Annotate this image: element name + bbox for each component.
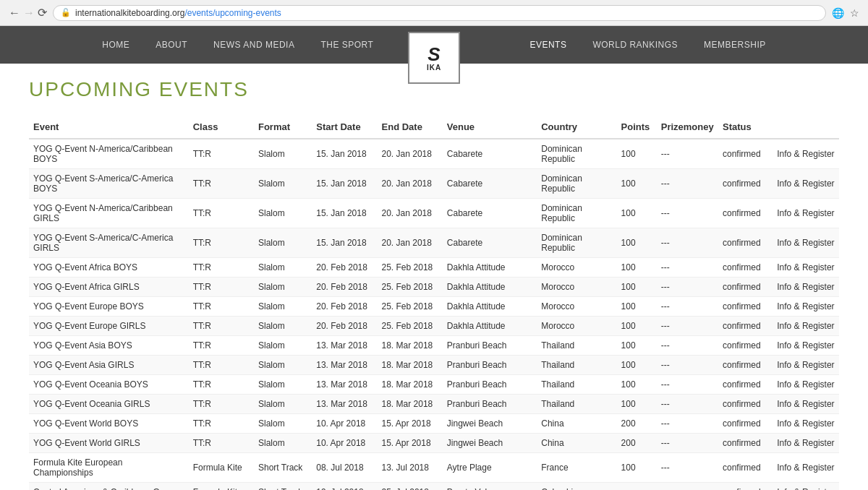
event-name[interactable]: YOG Q-Event World BOYS [29, 414, 189, 434]
event-name[interactable]: YOG Q-Event N-America/Caribbean BOYS [29, 139, 189, 169]
nav-home[interactable]: HOME [89, 26, 142, 64]
table-row: YOG Q-Event Africa BOYSTT:RSlalom20. Feb… [29, 258, 839, 278]
th-event: Event [29, 116, 189, 139]
site-logo[interactable]: S IKA [408, 32, 460, 84]
nav-events[interactable]: EVENTS [516, 26, 579, 64]
event-prize: --- [657, 356, 718, 375]
info-register-link[interactable]: Info & Register [773, 414, 839, 434]
logo-brand: IKA [427, 64, 441, 72]
event-format: Slalom [254, 434, 312, 453]
refresh-icon[interactable]: ⟳ [38, 6, 47, 20]
th-action [773, 116, 839, 139]
nav-news[interactable]: NEWS AND MEDIA [200, 26, 307, 64]
event-start: 15. Jan 2018 [312, 199, 377, 228]
event-country: Morocco [537, 278, 616, 297]
event-format: Short Track [254, 453, 312, 483]
event-start: 19. Jul 2018 [312, 483, 377, 491]
event-venue: Jingwei Beach [443, 434, 537, 453]
nav-sport[interactable]: THE SPORT [307, 26, 386, 64]
event-name[interactable]: YOG Q-Event S-America/C-America GIRLS [29, 228, 189, 258]
event-class: TT:R [189, 414, 254, 434]
info-register-link[interactable]: Info & Register [773, 258, 839, 278]
event-name[interactable]: YOG Q-Event Europe GIRLS [29, 317, 189, 336]
event-end: 20. Jan 2018 [378, 199, 443, 228]
info-register-link[interactable]: Info & Register [773, 278, 839, 297]
event-start: 20. Feb 2018 [312, 317, 377, 336]
event-status: confirmed [718, 199, 773, 228]
info-register-link[interactable]: Info & Register [773, 336, 839, 356]
info-register-link[interactable]: Info & Register [773, 375, 839, 395]
address-bar[interactable]: 🔓 internationalkiteboarding.org/events/u… [53, 5, 826, 21]
event-name[interactable]: YOG Q-Event N-America/Caribbean GIRLS [29, 199, 189, 228]
info-register-link[interactable]: Info & Register [773, 453, 839, 483]
event-points: 100 [617, 317, 657, 336]
event-name[interactable]: Formula Kite European Championships [29, 453, 189, 483]
info-register-link[interactable]: Info & Register [773, 139, 839, 169]
th-venue: Venue [443, 116, 537, 139]
nav-about[interactable]: ABOUT [142, 26, 200, 64]
event-points: 100 [617, 356, 657, 375]
event-format: Slalom [254, 395, 312, 414]
event-points: 200 [617, 414, 657, 434]
event-name[interactable]: YOG Q-Event S-America/C-America BOYS [29, 169, 189, 199]
event-name[interactable]: YOG Q-Event Oceania GIRLS [29, 395, 189, 414]
info-register-link[interactable]: Info & Register [773, 199, 839, 228]
event-name[interactable]: YOG Q-Event Asia BOYS [29, 336, 189, 356]
event-points: 100 [617, 297, 657, 317]
info-register-link[interactable]: Info & Register [773, 483, 839, 491]
translate-icon[interactable]: 🌐 [832, 7, 844, 19]
event-status: confirmed [718, 395, 773, 414]
event-name[interactable]: YOG Q-Event Africa BOYS [29, 258, 189, 278]
info-register-link[interactable]: Info & Register [773, 169, 839, 199]
events-table: Event Class Format Start Date End Date V… [29, 116, 839, 490]
nav-rankings[interactable]: WORLD RANKINGS [579, 26, 691, 64]
th-format: Format [254, 116, 312, 139]
forward-icon[interactable]: → [23, 7, 35, 20]
event-name[interactable]: YOG Q-Event Asia GIRLS [29, 356, 189, 375]
event-format: Slalom [254, 414, 312, 434]
info-register-link[interactable]: Info & Register [773, 395, 839, 414]
event-name[interactable]: Central American & Caribbean Games [29, 483, 189, 491]
event-status: confirmed [718, 483, 773, 491]
event-start: 20. Feb 2018 [312, 297, 377, 317]
event-format: Slalom [254, 336, 312, 356]
nav-membership[interactable]: MEMBERSHIP [691, 26, 779, 64]
event-points: 100 [617, 139, 657, 169]
event-country: Thailand [537, 336, 616, 356]
info-register-link[interactable]: Info & Register [773, 317, 839, 336]
event-venue: Jingwei Beach [443, 414, 537, 434]
event-country: Dominican Republic [537, 139, 616, 169]
event-country: Thailand [537, 395, 616, 414]
event-class: TT:R [189, 395, 254, 414]
event-start: 20. Feb 2018 [312, 278, 377, 297]
event-points: 100 [617, 395, 657, 414]
event-name[interactable]: YOG Q-Event Europe BOYS [29, 297, 189, 317]
event-prize: --- [657, 317, 718, 336]
back-icon[interactable]: ← [9, 7, 20, 20]
event-start: 10. Apr 2018 [312, 414, 377, 434]
event-status: confirmed [718, 228, 773, 258]
event-class: TT:R [189, 228, 254, 258]
event-venue: Cabarete [443, 139, 537, 169]
info-register-link[interactable]: Info & Register [773, 297, 839, 317]
event-status: confirmed [718, 375, 773, 395]
event-end: 13. Jul 2018 [378, 453, 443, 483]
event-status: confirmed [718, 278, 773, 297]
event-country: Dominican Republic [537, 199, 616, 228]
event-class: TT:R [189, 278, 254, 297]
event-prize: --- [657, 414, 718, 434]
table-row: YOG Q-Event World BOYSTT:RSlalom10. Apr … [29, 414, 839, 434]
event-venue: Dakhla Attitude [443, 258, 537, 278]
bookmark-icon[interactable]: ☆ [850, 7, 859, 19]
event-name[interactable]: YOG Q-Event Africa GIRLS [29, 278, 189, 297]
event-venue: Dakhla Attitude [443, 317, 537, 336]
event-name[interactable]: YOG Q-Event Oceania BOYS [29, 375, 189, 395]
info-register-link[interactable]: Info & Register [773, 228, 839, 258]
table-row: YOG Q-Event Oceania GIRLSTT:RSlalom13. M… [29, 395, 839, 414]
event-end: 18. Mar 2018 [378, 356, 443, 375]
event-start: 15. Jan 2018 [312, 228, 377, 258]
event-class: TT:R [189, 317, 254, 336]
info-register-link[interactable]: Info & Register [773, 356, 839, 375]
info-register-link[interactable]: Info & Register [773, 434, 839, 453]
event-name[interactable]: YOG Q-Event World GIRLS [29, 434, 189, 453]
